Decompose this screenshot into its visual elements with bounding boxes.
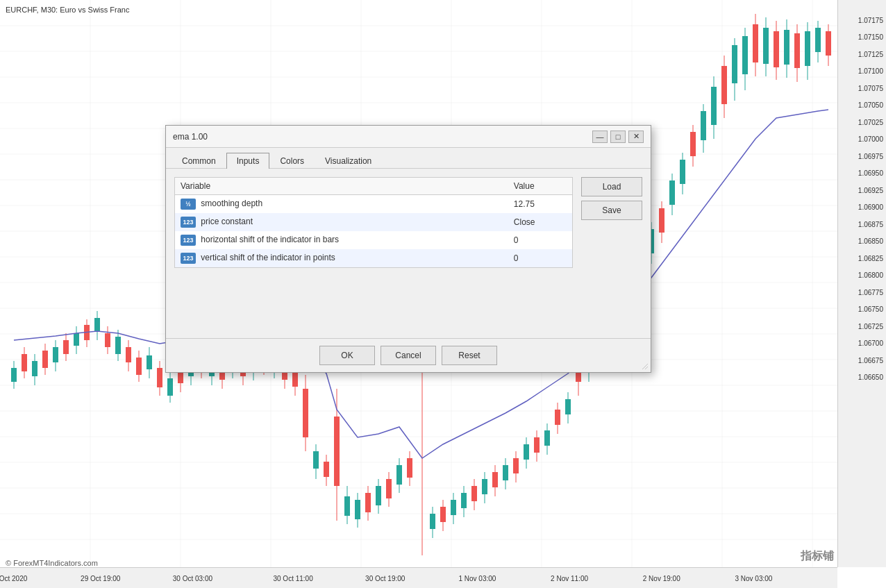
column-header-variable: Variable	[175, 178, 508, 195]
resize-handle[interactable]	[641, 362, 649, 371]
cancel-button[interactable]: Cancel	[381, 346, 436, 365]
dialog-body: Variable Value ½ smoothing depth 12.75	[166, 169, 651, 338]
svg-line-188	[642, 364, 648, 369]
tab-visualization[interactable]: Visualization	[315, 153, 382, 169]
close-button[interactable]: ✕	[628, 131, 644, 143]
type-icon-123: 123	[181, 253, 196, 264]
variable-cell: 123 horizontal shift of the indicator in…	[175, 231, 508, 249]
reset-button[interactable]: Reset	[442, 346, 497, 365]
variable-name: vertical shift of the indicator in point…	[201, 253, 335, 262]
svg-line-189	[645, 367, 648, 369]
table-buttons: Load Save	[581, 177, 642, 330]
params-table: Variable Value ½ smoothing depth 12.75	[174, 177, 573, 268]
minimize-button[interactable]: —	[592, 131, 608, 143]
table-header-row: Variable Value	[175, 178, 573, 195]
value-cell[interactable]: 0	[508, 231, 573, 249]
value-cell[interactable]: 12.75	[508, 195, 573, 214]
ok-button[interactable]: OK	[319, 346, 375, 365]
variable-name: horizontal shift of the indicator in bar…	[201, 235, 339, 244]
table-row[interactable]: ½ smoothing depth 12.75	[175, 195, 573, 214]
variable-cell: ½ smoothing depth	[175, 195, 508, 214]
variable-name: price constant	[201, 217, 253, 226]
dialog-title: ema 1.00	[173, 132, 208, 142]
variable-name: smoothing depth	[201, 199, 262, 208]
column-header-value: Value	[508, 178, 573, 195]
dialog-titlebar: ema 1.00 — □ ✕	[166, 126, 651, 148]
table-row[interactable]: 123 price constant Close	[175, 213, 573, 231]
tab-inputs[interactable]: Inputs	[226, 153, 270, 169]
dialog-controls: — □ ✕	[592, 131, 644, 143]
variable-cell: 123 price constant	[175, 213, 508, 231]
type-icon-half: ½	[181, 199, 196, 210]
table-area: Variable Value ½ smoothing depth 12.75	[174, 177, 642, 330]
value-cell[interactable]: Close	[508, 213, 573, 231]
save-button[interactable]: Save	[581, 201, 642, 220]
params-table-container: Variable Value ½ smoothing depth 12.75	[174, 177, 573, 330]
load-button[interactable]: Load	[581, 177, 642, 196]
dialog-footer: OK Cancel Reset	[166, 338, 651, 372]
table-row[interactable]: 123 horizontal shift of the indicator in…	[175, 231, 573, 249]
type-icon-123: 123	[181, 217, 196, 228]
variable-cell: 123 vertical shift of the indicator in p…	[175, 249, 508, 268]
value-cell[interactable]: 0	[508, 249, 573, 268]
maximize-button[interactable]: □	[610, 131, 626, 143]
dialog-overlay: ema 1.00 — □ ✕ Common Inputs Colors Visu…	[0, 0, 886, 588]
table-row[interactable]: 123 vertical shift of the indicator in p…	[175, 249, 573, 268]
ema-dialog: ema 1.00 — □ ✕ Common Inputs Colors Visu…	[165, 125, 651, 373]
tab-colors[interactable]: Colors	[269, 153, 315, 169]
dialog-tabs: Common Inputs Colors Visualization	[166, 148, 651, 169]
tab-common[interactable]: Common	[172, 153, 226, 169]
type-icon-123: 123	[181, 235, 196, 246]
